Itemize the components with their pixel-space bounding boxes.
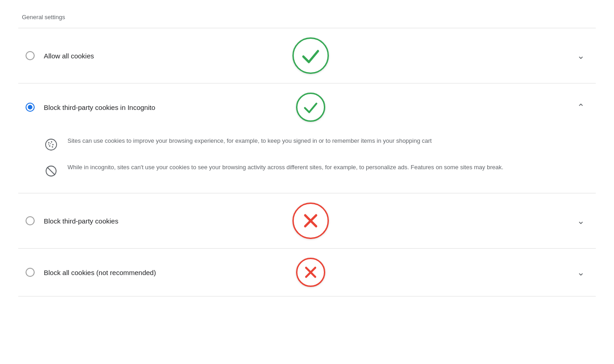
block-third-party-label: Block third-party cookies: [44, 217, 285, 225]
settings-item-block-all-header[interactable]: Block all cookies (not recommended) ⌄: [18, 249, 596, 296]
allow-all-chevron: ⌄: [577, 50, 585, 61]
svg-point-5: [52, 146, 53, 148]
settings-item-allow-all-header[interactable]: Allow all cookies ⌄: [18, 28, 596, 83]
block-third-party-x-icon: [292, 203, 329, 239]
block-all-x-icon: [296, 258, 325, 287]
block-description-text: While in incognito, sites can't use your…: [68, 163, 588, 172]
settings-item-block-incognito: Block third-party cookies in Incognito ⌃: [18, 83, 596, 193]
svg-point-0: [46, 139, 57, 150]
settings-item-allow-all: Allow all cookies ⌄: [18, 28, 596, 83]
red-x-med-svg: [302, 264, 319, 281]
svg-point-3: [52, 144, 54, 146]
block-incognito-label: Block third-party cookies in Incognito: [44, 104, 289, 111]
block-incognito-chevron: ⌃: [577, 102, 585, 113]
settings-item-block-third-party-header[interactable]: Block third-party cookies ⌄: [18, 193, 596, 248]
block-incognito-expanded: Sites can use cookies to improve your br…: [18, 131, 596, 193]
cookie-icon: [44, 137, 58, 152]
green-check-svg: [300, 45, 322, 67]
block-svg: [45, 165, 57, 177]
svg-point-1: [48, 142, 50, 144]
svg-line-9: [47, 167, 55, 175]
expanded-row-block: While in incognito, sites can't use your…: [44, 157, 588, 184]
block-incognito-check-icon: [296, 93, 325, 122]
block-icon: [44, 164, 58, 178]
svg-point-4: [49, 146, 51, 147]
svg-point-2: [51, 141, 52, 143]
settings-item-block-all: Block all cookies (not recommended) ⌄: [18, 249, 596, 296]
allow-all-check-icon: [292, 37, 329, 74]
allow-all-label: Allow all cookies: [44, 52, 285, 60]
radio-block-incognito[interactable]: [26, 103, 35, 112]
cookie-svg: [45, 138, 57, 151]
settings-item-block-third-party: Block third-party cookies ⌄: [18, 193, 596, 249]
radio-block-all[interactable]: [26, 268, 35, 277]
expanded-row-cookie: Sites can use cookies to improve your br…: [44, 131, 588, 157]
section-title: General settings: [18, 14, 596, 21]
red-x-big-svg: [301, 211, 321, 231]
radio-block-third-party[interactable]: [26, 216, 35, 225]
cookie-description-text: Sites can use cookies to improve your br…: [68, 136, 588, 146]
settings-page: General settings Allow all cookies ⌄ Blo…: [0, 0, 614, 364]
green-check-med-svg: [302, 99, 319, 116]
settings-list: Allow all cookies ⌄ Block third-party co…: [18, 28, 596, 296]
radio-allow-all[interactable]: [26, 51, 35, 60]
settings-item-block-incognito-header[interactable]: Block third-party cookies in Incognito ⌃: [18, 83, 596, 131]
block-all-chevron: ⌄: [577, 267, 585, 278]
svg-point-7: [50, 143, 51, 144]
block-all-label: Block all cookies (not recommended): [44, 269, 289, 276]
svg-point-6: [48, 144, 49, 145]
block-third-party-chevron: ⌄: [577, 215, 585, 226]
